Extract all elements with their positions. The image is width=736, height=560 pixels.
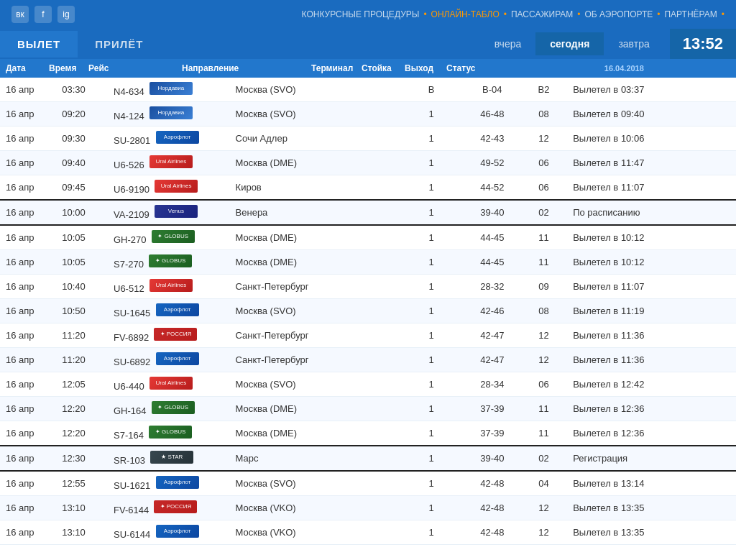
flight-date: 16 апр [0, 275, 56, 299]
ig-icon[interactable]: ig [58, 6, 75, 23]
flight-date: 16 апр [0, 299, 56, 323]
flight-date: 16 апр [0, 225, 56, 250]
flight-destination: Санкт-Петербург [230, 348, 399, 372]
flight-stoika: 42-48 [464, 520, 520, 545]
flight-destination: Москва (DME) [230, 151, 399, 175]
nav-partners[interactable]: ПАРТНЁРАМ [664, 9, 717, 19]
flight-stoika: 44-45 [464, 225, 520, 250]
flight-status: Вылетел в 11:36 [567, 348, 736, 372]
nav-about[interactable]: ОБ АЭРОПОРТЕ [585, 9, 653, 19]
flight-stoika: 42-43 [464, 127, 520, 151]
flight-number: S7-164 ✦ GLOBUS [108, 421, 230, 446]
flight-stoika: 42-46 [464, 299, 520, 323]
flight-exit: 08 [520, 102, 567, 127]
table-row[interactable]: 16 апр 12:30 SR-103 ★ STAR Марс 1 39-40 … [0, 446, 736, 471]
flight-status: Вылетел в 11:07 [567, 175, 736, 201]
flight-status: Вылетел в 03:37 [567, 78, 736, 102]
flight-stoika: 44-52 [464, 175, 520, 201]
table-row[interactable]: 16 апр 10:05 S7-270 ✦ GLOBUS Москва (DME… [0, 250, 736, 275]
flight-date: 16 апр [0, 200, 56, 225]
flight-stoika: 42-47 [464, 323, 520, 348]
table-row[interactable]: 16 апр 09:30 SU-2801 Аэрофлот Сочи Адлер… [0, 127, 736, 151]
tab-tomorrow[interactable]: завтра [604, 32, 663, 55]
nav-onlain[interactable]: ОНЛАЙН-ТАБЛО [431, 9, 500, 19]
nav-passazhiram[interactable]: ПАССАЖИРАМ [511, 9, 573, 19]
flight-number: U6-526 Ural Airlines [108, 151, 230, 175]
table-row[interactable]: 16 апр 11:20 SU-6892 Аэрофлот Санкт-Пете… [0, 348, 736, 372]
table-row[interactable]: 16 апр 10:05 GH-270 ✦ GLOBUS Москва (DME… [0, 225, 736, 250]
table-row[interactable]: 16 апр 10:00 VA-2109 Venus Венера 1 39-4… [0, 200, 736, 225]
tab-today[interactable]: сегодня [535, 32, 604, 55]
table-row[interactable]: 16 апр 09:40 U6-526 Ural Airlines Москва… [0, 151, 736, 175]
flight-destination: Марс [230, 446, 399, 471]
flight-terminal: 1 [398, 102, 464, 127]
airline-logo: Аэрофлот [156, 131, 199, 144]
vk-icon[interactable]: вк [12, 6, 29, 23]
flight-date: 16 апр [0, 127, 56, 151]
tab-prylot[interactable]: ПРИЛЁТ [78, 31, 160, 58]
flight-terminal: 1 [398, 471, 464, 496]
flight-time: 09:45 [56, 175, 108, 201]
flight-status: Вылетел в 12:36 [567, 397, 736, 421]
nav-dot-2: • [504, 9, 507, 19]
flight-exit: 08 [520, 299, 567, 323]
nav-dot-5: • [722, 9, 724, 19]
flight-terminal: 1 [398, 250, 464, 275]
table-row[interactable]: 16 апр 12:05 U6-440 Ural Airlines Москва… [0, 372, 736, 397]
flight-date: 16 апр [0, 471, 56, 496]
flight-status: Регистрация [567, 446, 736, 471]
flight-status: Вылетел в 13:35 [567, 496, 736, 520]
nav-konkurs[interactable]: КОНКУРСНЫЕ ПРОЦЕДУРЫ [302, 9, 420, 19]
flight-time: 09:20 [56, 102, 108, 127]
table-row[interactable]: 16 апр 09:20 N4-124 Нордавиа Москва (SVO… [0, 102, 736, 127]
flight-time: 12:55 [56, 471, 108, 496]
flight-number: SU-2801 Аэрофлот [108, 127, 230, 151]
table-row[interactable]: 16 апр 12:20 GH-164 ✦ GLOBUS Москва (DME… [0, 397, 736, 421]
col-stoika-header: Стойка [356, 63, 399, 73]
flight-destination: Москва (SVO) [230, 299, 399, 323]
flight-destination: Москва (DME) [230, 421, 399, 446]
airline-logo: ✦ РОССИЯ [154, 328, 197, 341]
table-row[interactable]: 16 апр 03:30 N4-634 Нордавиа Москва (SVO… [0, 78, 736, 102]
col-status-header: Статус 16.04.2018 [435, 63, 736, 73]
flight-stoika: 42-48 [464, 471, 520, 496]
table-row[interactable]: 16 апр 10:40 U6-512 Ural Airlines Санкт-… [0, 275, 736, 299]
fb-icon[interactable]: f [34, 6, 52, 23]
table-row[interactable]: 16 апр 12:20 S7-164 ✦ GLOBUS Москва (DME… [0, 421, 736, 446]
airline-logo: Аэрофлот [156, 525, 199, 538]
flight-exit: 12 [520, 348, 567, 372]
flight-exit: 09 [520, 275, 567, 299]
date-display: 16.04.2018 [599, 64, 650, 73]
airline-logo: ★ STAR [150, 451, 193, 464]
header-row: ВЫЛЕТ ПРИЛЁТ вчера сегодня завтра 13:52 [0, 29, 736, 59]
flight-number: N4-124 Нордавиа [108, 102, 230, 127]
flight-exit: 02 [520, 446, 567, 471]
table-row[interactable]: 16 апр 13:10 SU-6144 Аэрофлот Москва (VK… [0, 520, 736, 545]
table-row[interactable]: 16 апр 12:55 SU-1621 Аэрофлот Москва (SV… [0, 471, 736, 496]
airline-logo: Аэрофлот [156, 476, 199, 489]
table-row[interactable]: 16 апр 13:10 FV-6144 ✦ РОССИЯ Москва (VK… [0, 496, 736, 520]
airline-logo: Аэрофлот [156, 303, 199, 316]
table-row[interactable]: 16 апр 11:20 FV-6892 ✦ РОССИЯ Санкт-Пете… [0, 323, 736, 348]
flight-status: Вылетел в 12:42 [567, 372, 736, 397]
col-terminal-header: Терминал [305, 63, 356, 73]
tab-vylot[interactable]: ВЫЛЕТ [0, 31, 78, 58]
flight-time: 09:40 [56, 151, 108, 175]
flight-exit: 11 [520, 250, 567, 275]
flight-destination: Санкт-Петербург [230, 323, 399, 348]
flight-date: 16 апр [0, 397, 56, 421]
flight-time: 11:20 [56, 323, 108, 348]
flight-terminal: 1 [398, 151, 464, 175]
flight-date: 16 апр [0, 78, 56, 102]
flight-status: Вылетел в 13:35 [567, 520, 736, 545]
airline-logo: Нордавиа [150, 106, 193, 119]
table-row[interactable]: 16 апр 10:50 SU-1645 Аэрофлот Москва (SV… [0, 299, 736, 323]
tab-yesterday[interactable]: вчера [480, 32, 535, 55]
flight-terminal: 1 [398, 348, 464, 372]
flight-stoika: 28-32 [464, 275, 520, 299]
table-row[interactable]: 16 апр 09:45 U6-9190 Ural Airlines Киров… [0, 175, 736, 201]
flight-date: 16 апр [0, 250, 56, 275]
flight-number: SU-6144 Аэрофлот [108, 520, 230, 545]
flight-status: Вылетел в 09:40 [567, 102, 736, 127]
airline-logo: Нордавиа [150, 82, 193, 95]
